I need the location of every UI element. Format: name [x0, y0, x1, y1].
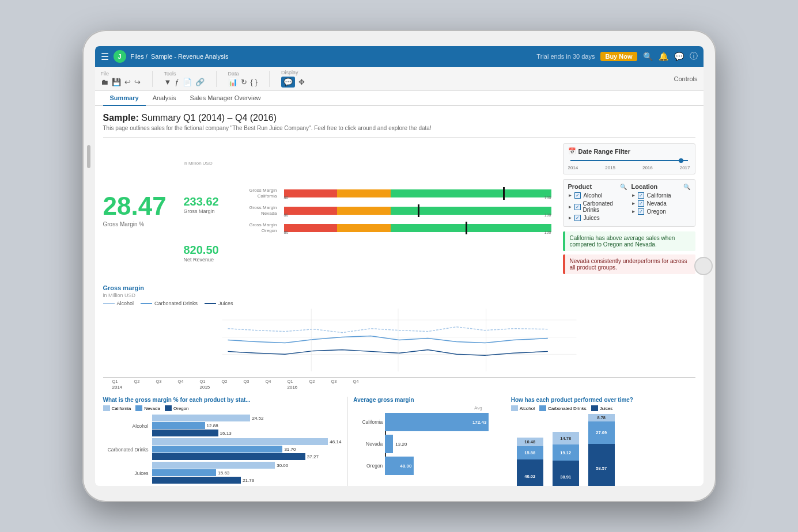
toolbar-file-icon2[interactable]: 💾 [112, 78, 121, 86]
bullet-chart-oregon: Gross Margin Oregon 80100 [236, 222, 551, 234]
quarter-labels: Q1 Q2 Q3 Q4 Q1 Q2 Q3 Q4 Q1 Q2 Q3 Q4 [103, 379, 695, 384]
gross-margin-pct-value: 28.47 [103, 193, 178, 219]
stacked-legend: Alcohol Carbonated Drinks Juices [511, 405, 695, 411]
gross-margin-pct-label: Gross Margin % [103, 221, 178, 227]
chevron-right-icon: ► [568, 204, 573, 210]
toolbar-data-icon2[interactable]: ↻ [241, 78, 247, 86]
bell-icon[interactable]: 🔔 [659, 52, 668, 61]
checkbox-nevada[interactable]: ✓ [638, 200, 644, 207]
tablet-screen: ☰ J Files / Sample - Revenue Analysis Tr… [95, 46, 704, 486]
in-million-label: in Million USD [184, 161, 230, 166]
toolbar-filter-icon[interactable]: ▼ [164, 78, 172, 86]
toolbar-data-icon3[interactable]: { } [251, 78, 258, 86]
filter-item-alcohol[interactable]: ► ✓ Alcohol [568, 192, 627, 199]
bar-group-alcohol: Alcohol 24.52 12.88 [103, 415, 342, 437]
filter-item-oregon[interactable]: ► ✓ Oregon [631, 208, 690, 215]
toolbar-divider3 [269, 71, 270, 87]
page-title: Sample: Summary Q1 (2014) – Q4 (2016) [103, 113, 695, 123]
product-filter: Product 🔍 ► ✓ Alcohol ► [568, 183, 627, 223]
toolbar-redo-icon[interactable]: ↪ [134, 78, 141, 86]
stacked-bar-2016: 58.57 27.09 8.78 2016 [588, 414, 615, 486]
toolbar-tools-icon3[interactable]: 📄 [183, 78, 192, 86]
hamburger-icon[interactable]: ☰ [101, 51, 109, 62]
toolbar-divider2 [216, 71, 217, 87]
chevron-right-icon: ► [631, 193, 636, 198]
checkbox-juices[interactable]: ✓ [574, 215, 581, 221]
stacked-chart-section: How has each product performed over time… [511, 397, 695, 486]
bullet-chart-california: Gross Margin California 80100 [236, 187, 551, 200]
bar-group-carbonated: Carbonated Drinks 46.14 31.70 [103, 438, 342, 461]
bar-juices-ca [152, 462, 275, 469]
main-content: Sample: Summary Q1 (2014) – Q4 (2016) Th… [95, 106, 704, 486]
tab-analysis[interactable]: Analysis [146, 91, 183, 106]
legend-carbonated: Carbonated Drinks [141, 301, 198, 306]
stacked-bar-2015: 38.91 19.12 14.78 2015 [553, 432, 579, 486]
side-button [87, 145, 90, 168]
gross-margin-value: 233.62 [184, 195, 230, 208]
date-range-track[interactable] [570, 158, 688, 163]
toolbar-file-icon1[interactable]: 🖿 [101, 78, 108, 86]
toolbar-display-section: Display 💬 ✥ [281, 70, 305, 88]
stacked-chart-title: How has each product performed over time… [511, 397, 695, 403]
tabs-bar: Summary Analysis Sales Manager Overview [95, 91, 704, 106]
bar-chart-legend: California Nevada Oregon [103, 405, 342, 411]
breadcrumb: Files / Sample - Revenue Analysis [131, 53, 229, 60]
legend-alcohol: Alcohol [103, 301, 134, 306]
chevron-right-icon: ► [568, 215, 573, 221]
bar-carbonated-ca [152, 438, 328, 445]
toolbar-formula-icon[interactable]: ƒ [175, 78, 179, 86]
toolbar-file-section: File 🖿 💾 ↩ ↪ [101, 71, 141, 86]
checkbox-alcohol[interactable]: ✓ [574, 192, 581, 199]
tab-sales-manager[interactable]: Sales Manager Overview [183, 91, 268, 106]
right-panel: 📅 Date Range Filter 2014 2015 2016 2017 [557, 143, 695, 278]
toolbar-display-icon2[interactable]: ✥ [298, 78, 305, 86]
insight-nevada: Nevada consistently underperforms for ac… [563, 254, 695, 274]
tab-summary[interactable]: Summary [103, 91, 146, 106]
toolbar-display-icon1[interactable]: 💬 [281, 77, 295, 88]
bar-alcohol-or [152, 430, 218, 436]
bar-carbonated-nv [152, 446, 283, 453]
kpi-section: 28.47 Gross Margin % [103, 143, 178, 278]
bullet-charts: Gross Margin California 80100 [236, 143, 551, 278]
year-labels: 2014 2015 2016 [103, 385, 695, 390]
avatar: J [114, 50, 126, 63]
gross-margin-chart-section: Gross margin in Million USD Alcohol Carb… [103, 284, 695, 390]
checkbox-california[interactable]: ✓ [638, 192, 644, 199]
avg-bar-oregon: Oregon 48.00 [386, 457, 505, 475]
search-icon[interactable]: 🔍 [643, 52, 653, 61]
bar-alcohol-nv [152, 422, 205, 429]
bar-chart-section: What is the gross margin % for each prod… [103, 397, 342, 486]
product-search-icon[interactable]: 🔍 [620, 184, 627, 190]
kpi-secondary: in Million USD 233.62 Gross Margin 820.5… [184, 143, 230, 278]
home-button[interactable] [694, 257, 713, 275]
buy-now-button[interactable]: Buy Now [600, 52, 637, 61]
bottom-charts: What is the gross margin % for each prod… [103, 397, 695, 486]
bar-group-juices: Juices 30.00 15.63 [103, 462, 342, 484]
location-search-icon[interactable]: 🔍 [683, 184, 690, 190]
filter-section: Product 🔍 ► ✓ Alcohol ► [563, 179, 695, 227]
toolbar-divider1 [152, 71, 153, 87]
toolbar-tools-icon4[interactable]: 🔗 [195, 78, 205, 86]
toolbar-tools-section: Tools ▼ ƒ 📄 🔗 [164, 71, 205, 86]
toolbar-data-icon1[interactable]: 📊 [228, 78, 237, 86]
filter-item-juices[interactable]: ► ✓ Juices [568, 215, 627, 221]
bar-carbonated-or [152, 453, 305, 460]
divider [103, 137, 695, 138]
avg-bar-california: California 172.43 [386, 413, 505, 431]
chat-icon[interactable]: 💬 [674, 52, 684, 61]
avg-bars: California 172.43 Nevada 13.20 [385, 413, 505, 475]
gross-margin-legend: Alcohol Carbonated Drinks Juices [103, 301, 695, 306]
help-icon[interactable]: ⓘ [690, 51, 698, 62]
date-range-icon: 📅 [568, 147, 576, 155]
toolbar-undo-icon[interactable]: ↩ [124, 78, 131, 86]
toolbar-data-section: Data 📊 ↻ { } [228, 71, 258, 86]
bar-juices-or [152, 477, 241, 484]
checkbox-carbonated[interactable]: ✓ [574, 204, 580, 210]
gross-margin-label: Gross Margin [184, 208, 230, 214]
trial-text: Trial ends in 30 days [536, 53, 595, 60]
checkbox-oregon[interactable]: ✓ [638, 208, 644, 215]
bar-juices-nv [152, 469, 217, 476]
filter-item-carbonated[interactable]: ► ✓ Carbonated Drinks [568, 200, 627, 213]
filter-item-california[interactable]: ► ✓ California [631, 192, 690, 199]
filter-item-nevada[interactable]: ► ✓ Nevada [631, 200, 690, 207]
